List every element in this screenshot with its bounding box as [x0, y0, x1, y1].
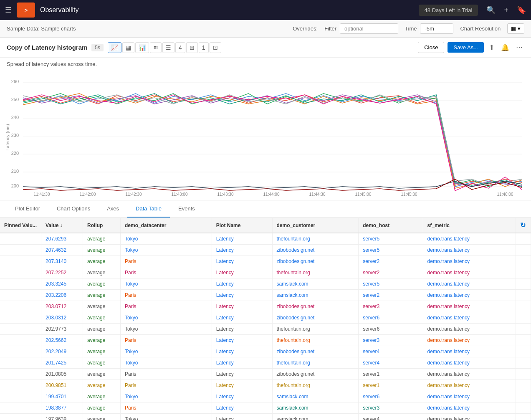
cell-rollup: average [83, 335, 121, 346]
cell-rollup: average [83, 357, 121, 369]
refresh-icon[interactable]: ↻ [520, 222, 526, 229]
bookmark-icon[interactable]: 🔖 [517, 5, 526, 15]
more-button[interactable]: ⋯ [514, 42, 524, 53]
chart-header: Copy of Latency histogram 5s 📈 ▦ 📊 ≋ ☰ 4… [0, 38, 531, 58]
tab-plot-editor[interactable]: Plot Editor [7, 200, 48, 218]
th-demo-host[interactable]: demo_host [359, 218, 423, 233]
cell-customer: zibobodesign.net [272, 245, 359, 256]
grid-button[interactable]: ⊞ [186, 42, 198, 53]
table-row: 201.0805averageParisLatencyzibobodesign.… [0, 369, 531, 380]
cell-value: 203.0712 [41, 301, 83, 312]
single-value-button[interactable]: 1 [199, 42, 209, 53]
data-table-wrapper: Pinned Valu... Value ↓ Rollup demo_datac… [0, 218, 531, 420]
cell-customer: samslack.com [272, 391, 359, 402]
cell-pinned [0, 278, 41, 290]
cell-customer: zibobodesign.net [272, 346, 359, 357]
save-as-button[interactable]: Save As... [448, 42, 484, 53]
cell-rollup: average [83, 346, 121, 357]
gauge-button[interactable]: ⊡ [210, 42, 221, 53]
sample-bar: Sample Data: Sample charts Overrides: Fi… [0, 20, 531, 38]
cell-customer: thefountain.org [272, 335, 359, 346]
svg-text:230: 230 [11, 133, 19, 138]
number-button[interactable]: 4 [175, 42, 185, 53]
cell-host: server6 [359, 391, 423, 402]
share-button[interactable]: ⬆ [487, 42, 496, 53]
cell-empty [516, 301, 531, 312]
svg-text:11:43:00: 11:43:00 [172, 192, 188, 197]
cell-sfmetric: demo.trans.latency [423, 245, 516, 256]
cell-sfmetric: demo.trans.latency [423, 335, 516, 346]
heatmap-button[interactable]: ≋ [150, 42, 162, 53]
tab-axes[interactable]: Axes [99, 200, 127, 218]
tab-events[interactable]: Events [170, 200, 203, 218]
cell-pinned [0, 414, 41, 420]
th-refresh[interactable]: ↻ [516, 218, 531, 233]
bar-chart-button[interactable]: 📊 [135, 42, 149, 53]
tab-data-table[interactable]: Data Table [127, 200, 170, 218]
data-table: Pinned Valu... Value ↓ Rollup demo_datac… [0, 218, 531, 420]
svg-text:11:44:30: 11:44:30 [309, 192, 326, 197]
tab-chart-options[interactable]: Chart Options [48, 200, 99, 218]
logo: > [17, 3, 35, 18]
cell-datacenter: Tokyo [121, 278, 212, 290]
cell-empty [516, 324, 531, 335]
cell-plotname: Latency [212, 256, 272, 267]
cell-empty [516, 346, 531, 357]
table-header-row: Pinned Valu... Value ↓ Rollup demo_datac… [0, 218, 531, 233]
chart-resolution-button[interactable]: ▦ ▾ [507, 23, 524, 34]
th-rollup[interactable]: Rollup [83, 218, 121, 233]
area-chart-button[interactable]: ▦ [122, 42, 134, 53]
cell-empty [516, 380, 531, 391]
cell-value: 199.4701 [41, 391, 83, 402]
cell-host: server5 [359, 278, 423, 290]
list-button[interactable]: ☰ [162, 42, 174, 53]
th-pinned[interactable]: Pinned Valu... [0, 218, 41, 233]
cell-rollup: average [83, 414, 121, 420]
th-plot-name[interactable]: Plot Name [212, 218, 272, 233]
cell-host: server1 [359, 369, 423, 380]
table-row: 202.9773averageTokyoLatencythefountain.o… [0, 324, 531, 335]
cell-host: server4 [359, 414, 423, 420]
svg-text:11:42:30: 11:42:30 [126, 192, 142, 197]
cell-customer: thefountain.org [272, 324, 359, 335]
cell-datacenter: Paris [121, 256, 212, 267]
cell-customer: samslack.com [272, 402, 359, 414]
chart-container: Copy of Latency histogram 5s 📈 ▦ 📊 ≋ ☰ 4… [0, 38, 531, 200]
cell-datacenter: Tokyo [121, 312, 212, 324]
search-icon[interactable]: 🔍 [486, 5, 496, 15]
th-demo-customer[interactable]: demo_customer [272, 218, 359, 233]
cell-host: server1 [359, 380, 423, 391]
hamburger-icon[interactable]: ☰ [5, 5, 12, 15]
th-sf-metric[interactable]: sf_metric [423, 218, 516, 233]
cell-plotname: Latency [212, 357, 272, 369]
cell-value: 201.7425 [41, 357, 83, 369]
cell-rollup: average [83, 267, 121, 278]
th-value[interactable]: Value ↓ [41, 218, 83, 233]
line-chart-button[interactable]: 📈 [108, 42, 121, 53]
cell-empty [516, 278, 531, 290]
cell-value: 207.4632 [41, 245, 83, 256]
table-row: 202.5662averageParisLatencythefountain.o… [0, 335, 531, 346]
cell-pinned [0, 391, 41, 402]
th-demo-datacenter[interactable]: demo_datacenter [121, 218, 212, 233]
cell-empty [516, 369, 531, 380]
cell-empty [516, 402, 531, 414]
cell-rollup: average [83, 324, 121, 335]
alert-button[interactable]: 🔔 [499, 42, 511, 53]
filter-input[interactable] [340, 23, 398, 34]
cell-empty [516, 245, 531, 256]
cell-datacenter: Paris [121, 380, 212, 391]
cell-value: 207.3140 [41, 256, 83, 267]
svg-text:200: 200 [11, 183, 19, 188]
time-input[interactable] [420, 23, 453, 34]
cell-pinned [0, 301, 41, 312]
cell-value: 200.9851 [41, 380, 83, 391]
cell-host: server5 [359, 245, 423, 256]
overrides-label: Overrides: [293, 25, 318, 32]
add-icon[interactable]: + [504, 6, 508, 15]
chart-subtitle: Spread of latency values across time. [0, 58, 531, 71]
close-button[interactable]: Close [418, 42, 444, 53]
cell-customer: zibobodesign.net [272, 301, 359, 312]
cell-datacenter: Tokyo [121, 346, 212, 357]
cell-empty [516, 414, 531, 420]
